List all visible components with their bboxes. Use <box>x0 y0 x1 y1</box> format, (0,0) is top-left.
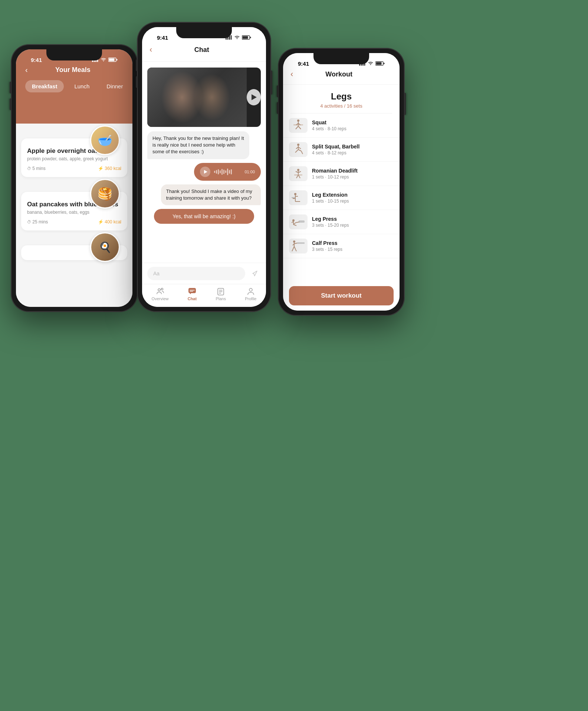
exercise-item-squat[interactable]: Squat 4 sets · 8-10 reps <box>283 114 400 138</box>
workout-page-title: Workout <box>293 71 385 78</box>
nav-item-plans[interactable]: Plans <box>216 287 226 301</box>
exercise-name-split-squat: Split Squat, Barbell <box>312 144 394 150</box>
back-button-workout[interactable]: ‹ <box>290 69 293 79</box>
exercise-item-calf-press[interactable]: Calf Press 3 sets · 15 reps <box>283 234 400 258</box>
meals-content: 🥣 Apple pie overnight oats protein powde… <box>16 124 132 307</box>
exercise-name-calf-press: Calf Press <box>312 240 394 246</box>
meal-2-kcal: ⚡ 400 kcal <box>98 219 121 225</box>
svg-line-69 <box>294 246 296 250</box>
audio-play-triangle-icon <box>204 170 207 174</box>
clock-icon-2: ⏱ <box>27 220 31 224</box>
reply-button[interactable]: Yes, that will be amazing! :) <box>154 209 254 224</box>
status-time-workout: 9:41 <box>298 60 309 67</box>
svg-rect-16 <box>188 288 196 293</box>
waveform-bar <box>229 170 230 174</box>
audio-waveform <box>214 168 241 176</box>
exercise-icon-split-squat <box>289 142 308 157</box>
audio-message[interactable]: 01:00 <box>194 163 261 181</box>
back-button-meals[interactable]: ‹ <box>25 66 28 74</box>
svg-point-14 <box>158 289 160 291</box>
plans-icon <box>216 287 225 295</box>
svg-line-42 <box>301 151 303 154</box>
nav-item-profile[interactable]: Profile <box>245 287 256 301</box>
workout-volume-down-button[interactable] <box>277 102 278 114</box>
svg-rect-30 <box>384 63 385 64</box>
split-squat-figure-icon <box>290 143 307 156</box>
svg-rect-10 <box>231 35 232 40</box>
exercise-sets-split-squat: 4 sets · 8-12 reps <box>312 150 394 155</box>
svg-rect-29 <box>376 62 382 65</box>
exercise-name-squat: Squat <box>312 119 394 125</box>
tab-lunch[interactable]: Lunch <box>68 80 96 92</box>
exercise-sets-romanian-deadlift: 1 sets · 10-12 reps <box>312 174 394 180</box>
chat-input-field[interactable]: Aa <box>147 267 245 280</box>
waveform-bar <box>220 170 221 173</box>
meals-screen: 9:41 <box>16 49 132 307</box>
workout-power-button[interactable] <box>404 93 406 115</box>
workout-subtitle: 4 activities / 16 sets <box>290 103 392 114</box>
volume-up-button[interactable] <box>10 82 11 94</box>
chat-volume-down-button[interactable] <box>136 76 137 88</box>
svg-line-44 <box>298 147 301 149</box>
video-faces <box>147 68 247 127</box>
meal-1-ingredients: protein powder, oats, apple, greek yogur… <box>27 156 121 161</box>
squat-figure-icon <box>290 119 307 132</box>
exercise-name-romanian-deadlift: Romanian Deadlift <box>312 168 394 174</box>
svg-rect-5 <box>109 59 115 61</box>
nav-item-overview[interactable]: Overview <box>152 287 169 301</box>
exercise-name-leg-extension: Leg Extension <box>312 192 394 198</box>
bottom-navigation: Overview Chat Plans <box>142 284 266 307</box>
volume-down-button[interactable] <box>10 98 11 110</box>
meal-card-1-wrapper: 🥣 Apple pie overnight oats protein powde… <box>16 138 132 177</box>
chat-send-button[interactable] <box>249 268 261 279</box>
phone-workout: 9:41 <box>278 48 404 315</box>
chat-volume-up-button[interactable] <box>136 59 137 71</box>
phone-meals: 9:41 <box>11 45 137 312</box>
fire-icon-2: ⚡ <box>98 219 104 225</box>
battery-icon <box>108 58 118 62</box>
workout-content: Legs 4 activities / 16 sets S <box>283 85 400 281</box>
waveform-bar <box>218 169 219 174</box>
meal-1-stats: ⏱ 5 mins ⚡ 360 kcal <box>27 166 121 171</box>
svg-rect-51 <box>294 174 302 176</box>
svg-rect-74 <box>297 242 305 244</box>
video-message[interactable] <box>147 68 261 127</box>
workout-footer: Start workout <box>283 281 400 311</box>
chat-spacer <box>147 227 261 230</box>
chat-nav-icon <box>188 287 197 295</box>
workout-volume-up-button[interactable] <box>277 85 278 97</box>
exercise-item-leg-press[interactable]: Leg Press 3 sets · 15-20 reps <box>283 210 400 234</box>
svg-rect-6 <box>116 59 118 60</box>
tab-dinner[interactable]: Dinner <box>100 80 129 92</box>
play-button[interactable] <box>247 89 261 105</box>
clock-icon: ⏱ <box>27 166 31 171</box>
svg-line-41 <box>298 150 301 151</box>
audio-duration: 01:00 <box>244 170 255 174</box>
chat-screen: 9:41 <box>142 27 266 307</box>
fire-icon-1: ⚡ <box>98 166 104 171</box>
exercise-item-romanian-deadlift[interactable]: Romanian Deadlift 1 sets · 10-12 reps <box>283 162 400 186</box>
meal-2-time: ⏱ 25 mins <box>27 219 48 225</box>
svg-line-47 <box>298 171 301 173</box>
exercise-item-split-squat[interactable]: Split Squat, Barbell 4 sets · 8-12 reps <box>283 138 400 162</box>
exercise-sets-leg-press: 3 sets · 15-20 reps <box>312 223 394 228</box>
back-button-chat[interactable]: ‹ <box>150 45 152 55</box>
nav-item-chat[interactable]: Chat <box>188 287 197 301</box>
exercise-info-split-squat: Split Squat, Barbell 4 sets · 8-12 reps <box>312 144 394 155</box>
exercise-item-leg-extension[interactable]: Leg Extension 1 sets · 10-15 reps <box>283 186 400 210</box>
leg-extension-figure-icon <box>290 191 307 204</box>
start-workout-button[interactable]: Start workout <box>289 286 394 305</box>
calf-press-figure-icon <box>290 239 307 253</box>
chat-power-button[interactable] <box>271 71 272 95</box>
meal-image-2: 🥞 <box>90 179 120 209</box>
svg-point-31 <box>297 119 299 122</box>
audio-play-button[interactable] <box>200 167 210 177</box>
waveform-bar <box>231 169 232 174</box>
svg-point-66 <box>293 240 295 243</box>
tab-breakfast[interactable]: Breakfast <box>25 80 64 92</box>
exercise-icon-squat <box>289 118 308 133</box>
svg-line-33 <box>296 126 298 129</box>
phone-chat: 9:41 <box>137 22 271 312</box>
send-icon <box>251 270 259 277</box>
svg-rect-37 <box>293 124 303 125</box>
